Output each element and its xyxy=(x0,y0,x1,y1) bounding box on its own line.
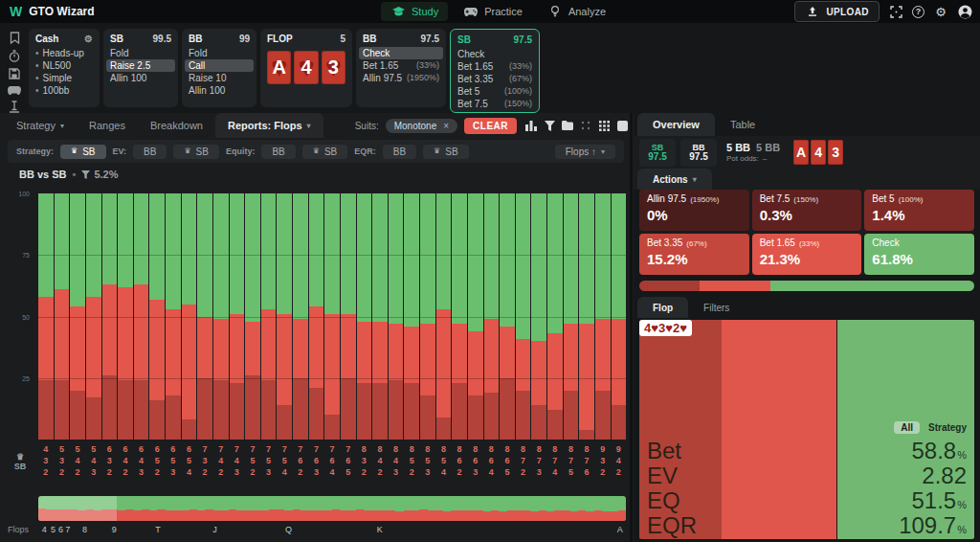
suits-filter-chip[interactable]: Monotone× xyxy=(386,119,457,133)
strategy-bar-864[interactable] xyxy=(484,193,500,440)
action-bet[interactable]: Bet 1.65(33%) xyxy=(356,59,446,72)
actions-dropdown[interactable]: Actions▾ xyxy=(637,169,712,190)
strategy-bar-832[interactable] xyxy=(357,193,372,440)
tab-strategy[interactable]: Strategy▾ xyxy=(4,113,77,138)
toggle-ev-bb[interactable]: BB xyxy=(133,145,167,159)
nav-study[interactable]: Study xyxy=(381,2,448,21)
toggle-equity-sb[interactable]: ♛SB xyxy=(302,145,348,159)
flops-minimap[interactable] xyxy=(38,496,626,521)
strategy-bar-542[interactable] xyxy=(70,193,85,440)
strategy-bar-653[interactable] xyxy=(166,193,181,440)
strategy-bar-763[interactable] xyxy=(309,193,324,440)
strategy-bar-632[interactable] xyxy=(102,193,118,440)
bookmark-icon[interactable] xyxy=(8,32,21,44)
clear-filters-button[interactable]: CLEAR xyxy=(464,118,517,134)
action-bet-33[interactable]: Bet 1.65(33%) xyxy=(451,60,539,73)
toggle-ev-sb[interactable]: ♛SB xyxy=(173,145,219,159)
strategy-bar-764[interactable] xyxy=(324,193,340,440)
strategy-bar-876[interactable] xyxy=(579,193,594,440)
strategy-bar-743[interactable] xyxy=(230,193,245,440)
action-cell-bet-7.5[interactable]: Bet 7.5(150%)0.3% xyxy=(752,190,862,231)
strategy-bar-842[interactable] xyxy=(372,193,388,440)
toggle-eqr-sb[interactable]: ♛SB xyxy=(423,145,469,159)
tab-breakdown[interactable]: Breakdown xyxy=(138,113,215,138)
action-raise[interactable]: Raise 10 xyxy=(182,72,256,84)
funnel-icon[interactable] xyxy=(542,118,557,133)
strategy-bar-932[interactable] xyxy=(595,193,611,440)
strategy-bar-765[interactable] xyxy=(341,193,356,440)
strategy-bar-942[interactable] xyxy=(612,193,627,440)
flop-strategy-breakdown[interactable]: 4♥3♥2♥ All Strategy Bet58.8%EV2.82EQ51.5… xyxy=(639,320,974,539)
strategy-bar-753[interactable] xyxy=(261,193,277,440)
action-cell-bet-1.65[interactable]: Bet 1.65(33%)21.3% xyxy=(752,234,862,275)
brand[interactable]: W GTO Wizard xyxy=(10,4,95,19)
grid-icon[interactable] xyxy=(596,118,612,133)
strategy-bar-853[interactable] xyxy=(420,193,435,440)
action-bet-67[interactable]: Bet 3.35(67%) xyxy=(451,73,539,85)
strategy-bar-642[interactable] xyxy=(118,193,133,440)
action-allin[interactable]: Allin 100 xyxy=(103,72,178,84)
help-icon[interactable]: ? xyxy=(912,6,924,18)
toggle-strategy-sb[interactable]: ♛SB xyxy=(60,145,106,159)
board-cards[interactable]: ♥A ♥4 ♥3 xyxy=(260,47,352,88)
mode-strategy-button[interactable]: Strategy xyxy=(928,422,967,433)
action-cell-check[interactable]: Check61.8% xyxy=(864,234,974,275)
action-cell-bet-5[interactable]: Bet 5(100%)1.4% xyxy=(864,190,974,231)
action-cell-bet-3.35[interactable]: Bet 3.35(67%)15.2% xyxy=(639,234,749,275)
strategy-bar-762[interactable] xyxy=(293,193,308,440)
panel-game-settings[interactable]: Cash ⚙ •Heads-up •NL500 •Simple •100bb xyxy=(29,29,100,107)
strategy-bar-652[interactable] xyxy=(149,193,165,440)
avatar-icon[interactable] xyxy=(957,4,972,19)
strategy-bar-862[interactable] xyxy=(452,193,467,440)
sb-stack-chip[interactable]: SB97.5 xyxy=(639,139,676,167)
strategy-bar-732[interactable] xyxy=(197,193,212,440)
tab-filters[interactable]: Filters xyxy=(688,297,745,318)
strategy-bar-752[interactable] xyxy=(245,193,260,440)
action-cell-allin-97.5[interactable]: Allin 97.5(1950%)0% xyxy=(639,190,749,231)
tab-overview[interactable]: Overview xyxy=(637,113,715,136)
dot-grid-small-icon[interactable] xyxy=(578,118,593,133)
stopwatch-icon[interactable] xyxy=(8,50,21,62)
strategy-bar-873[interactable] xyxy=(531,193,546,440)
action-check-selected[interactable]: Check xyxy=(359,47,443,59)
practice-gamepad-icon[interactable] xyxy=(8,85,21,95)
strategy-bar-654[interactable] xyxy=(182,193,197,440)
sort-flops-dropdown[interactable]: Flops ↑▾ xyxy=(555,145,615,159)
bb-stack-chip[interactable]: BB97.5 xyxy=(680,139,717,167)
action-fold[interactable]: Fold xyxy=(182,47,256,59)
strategy-bar-865[interactable] xyxy=(500,193,515,440)
tab-table[interactable]: Table xyxy=(715,113,770,136)
mode-all-button[interactable]: All xyxy=(894,421,920,434)
toggle-eqr-bb[interactable]: BB xyxy=(383,145,416,159)
action-call-selected[interactable]: Call xyxy=(185,59,254,72)
action-fold[interactable]: Fold xyxy=(103,47,178,59)
gear-icon[interactable]: ⚙ xyxy=(84,34,93,44)
scan-icon[interactable] xyxy=(888,4,903,19)
bar-chart-icon[interactable] xyxy=(523,118,539,133)
nav-analyze[interactable]: Analyze xyxy=(538,2,615,21)
tab-flop[interactable]: Flop xyxy=(637,297,688,318)
action-raise-selected[interactable]: Raise 2.5 xyxy=(106,59,175,72)
square-icon[interactable] xyxy=(614,118,630,133)
strategy-bar-742[interactable] xyxy=(213,193,229,440)
strategy-bar-432[interactable] xyxy=(38,193,54,440)
selected-flop-chip[interactable]: 4♥3♥2♥ xyxy=(639,320,692,336)
folder-icon[interactable] xyxy=(560,118,575,133)
strategy-bar-754[interactable] xyxy=(277,193,292,440)
action-bet-100[interactable]: Bet 5(100%) xyxy=(451,85,539,98)
upload-button[interactable]: UPLOAD xyxy=(794,1,880,22)
action-allin[interactable]: Allin 100 xyxy=(182,84,256,97)
strategy-bar-532[interactable] xyxy=(55,193,70,440)
strategy-bar-854[interactable] xyxy=(436,193,452,440)
strategy-bar-875[interactable] xyxy=(564,193,579,440)
action-allin[interactable]: Allin 97.5(1950%) xyxy=(356,72,446,84)
strategy-bar-874[interactable] xyxy=(547,193,563,440)
text-cursor-icon[interactable] xyxy=(8,101,21,113)
strategy-bar-872[interactable] xyxy=(516,193,531,440)
close-icon[interactable]: × xyxy=(443,121,449,131)
save-icon[interactable] xyxy=(8,68,21,79)
tab-reports-flops[interactable]: Reports: Flops▾ xyxy=(215,113,323,138)
minimap-selected-region[interactable] xyxy=(38,496,117,521)
strategy-bar-543[interactable] xyxy=(86,193,101,440)
strategy-bar-843[interactable] xyxy=(389,193,404,440)
